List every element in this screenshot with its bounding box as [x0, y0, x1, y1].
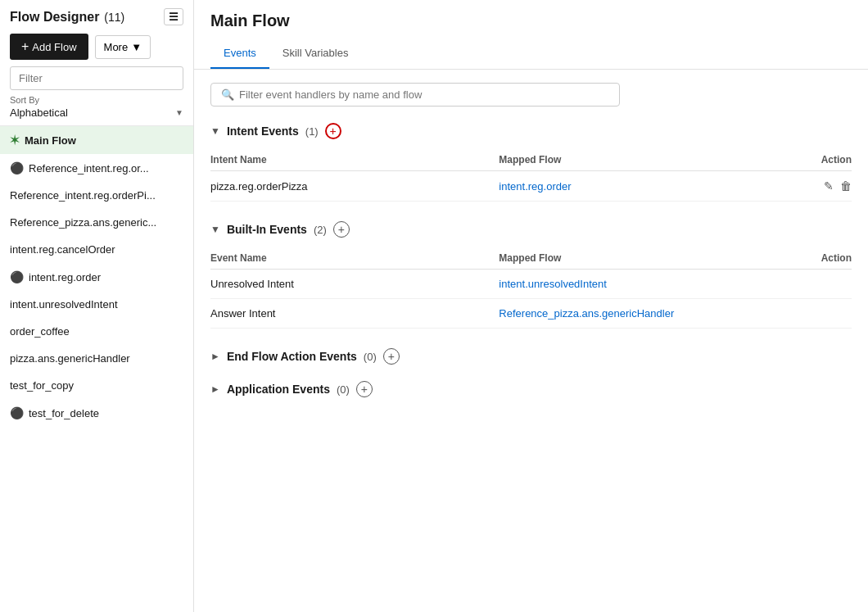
tab-events[interactable]: Events [210, 40, 269, 69]
error-icon: ⚫ [10, 406, 24, 419]
sidebar-item-pizza-ans-generic[interactable]: pizza.ans.genericHandler [0, 345, 193, 372]
mapped-flow-header: Mapped Flow [499, 149, 755, 171]
search-input[interactable] [239, 88, 609, 101]
sidebar-item-ref-intent-reg-or[interactable]: ⚫ Reference_intent.reg.or... [0, 154, 193, 182]
sidebar-item-test-for-copy[interactable]: test_for_copy [0, 372, 193, 399]
action-header: Action [756, 149, 852, 171]
header-actions: + Add Flow More ▼ [10, 34, 183, 60]
app-title: Flow Designer (11) ☰ [10, 8, 183, 25]
add-intent-event-button[interactable]: + [325, 123, 341, 139]
sidebar-header: Flow Designer (11) ☰ + Add Flow More ▼ S… [0, 0, 193, 126]
edit-icon[interactable]: ✎ [824, 179, 834, 193]
table-row: pizza.reg.orderPizza intent.reg.order ✎ … [210, 171, 852, 202]
tabs: Events Skill Variables [210, 40, 852, 69]
sidebar-item-label: Reference_intent.reg.orderPi... [10, 189, 156, 202]
app-title-text: Flow Designer [10, 10, 99, 25]
action-cell [756, 270, 852, 299]
intent-name-header: Intent Name [210, 149, 499, 171]
sidebar-item-ref-pizza-ans-generic[interactable]: Reference_pizza.ans.generic... [0, 209, 193, 236]
builtin-events-title: Built-In Events [227, 223, 307, 236]
sidebar: Flow Designer (11) ☰ + Add Flow More ▼ S… [0, 0, 194, 612]
search-icon: 🔍 [221, 88, 234, 101]
end-flow-events-count: (0) [364, 351, 377, 363]
application-events-title: Application Events [227, 383, 330, 396]
table-row: Unresolved Intent intent.unresolvedInten… [210, 270, 852, 299]
intent-events-table: Intent Name Mapped Flow Action pizza.reg… [210, 149, 852, 202]
builtin-events-table: Event Name Mapped Flow Action Unresolved… [210, 247, 852, 329]
sidebar-item-label: test_for_delete [29, 407, 99, 419]
delete-icon[interactable]: 🗑 [840, 179, 852, 193]
add-flow-label: Add Flow [32, 41, 76, 53]
page-title: Main Flow [210, 11, 852, 30]
table-row: Answer Intent Reference_pizza.ans.generi… [210, 299, 852, 329]
intent-events-section-header: ▼ Intent Events (1) + [210, 123, 852, 139]
main-header: Main Flow Events Skill Variables [194, 0, 868, 70]
error-icon: ⚫ [10, 161, 24, 175]
sidebar-item-test-for-delete[interactable]: ⚫ test_for_delete [0, 399, 193, 427]
mapped-flow-cell: Reference_pizza.ans.genericHandler [499, 299, 755, 329]
intent-events-title: Intent Events [227, 125, 299, 138]
sidebar-item-label: Reference_pizza.ans.generic... [10, 216, 156, 229]
intent-events-count: (1) [305, 125, 319, 138]
sidebar-item-intent-reg-cancelorder[interactable]: intent.reg.cancelOrder [0, 236, 193, 263]
sidebar-item-label: intent.reg.cancelOrder [10, 243, 115, 256]
action-cell [756, 299, 852, 329]
action-header2: Action [756, 247, 852, 270]
sidebar-item-order-coffee[interactable]: order_coffee [0, 318, 193, 345]
plus-icon: + [21, 39, 29, 54]
sidebar-list: ✶ Main Flow ⚫ Reference_intent.reg.or...… [0, 126, 193, 612]
application-events-section: ► Application Events (0) + [210, 381, 852, 397]
main-body: 🔍 ▼ Intent Events (1) + Intent Name Mapp… [194, 70, 868, 612]
sidebar-item-label: order_coffee [10, 325, 70, 338]
mapped-flow-cell: intent.unresolvedIntent [499, 270, 755, 299]
intent-events-toggle[interactable]: ▼ [210, 125, 220, 137]
application-events-count: (0) [337, 383, 350, 396]
filter-input[interactable] [10, 66, 183, 90]
add-builtin-event-button[interactable]: + [333, 221, 350, 238]
sidebar-item-label: Main Flow [25, 134, 76, 147]
action-icons: ✎ 🗑 [756, 179, 852, 193]
builtin-events-toggle[interactable]: ▼ [210, 224, 220, 235]
sort-arrow-icon: ▼ [175, 108, 183, 117]
event-name-cell: Answer Intent [210, 299, 499, 329]
sidebar-item-label: intent.reg.order [29, 271, 101, 283]
sort-label: Sort By [10, 95, 183, 105]
sidebar-item-label: test_for_copy [10, 379, 74, 392]
end-flow-events-section: ► End Flow Action Events (0) + [210, 348, 852, 365]
builtin-events-section-header: ▼ Built-In Events (2) + [210, 221, 852, 238]
add-flow-button[interactable]: + Add Flow [10, 34, 88, 60]
add-application-event-button[interactable]: + [356, 381, 373, 397]
sort-select[interactable]: Alphabetical ▼ [10, 107, 183, 119]
flow-icon: ✶ [10, 134, 20, 147]
more-button[interactable]: More ▼ [95, 35, 151, 59]
main-content: Main Flow Events Skill Variables 🔍 ▼ Int… [194, 0, 868, 612]
search-bar: 🔍 [210, 83, 620, 107]
more-label: More [104, 41, 129, 53]
builtin-events-count: (2) [314, 224, 327, 236]
sidebar-item-label: Reference_intent.reg.or... [29, 162, 149, 175]
app-title-count: (11) [104, 11, 124, 24]
end-flow-events-header: ► End Flow Action Events (0) + [210, 348, 852, 365]
sidebar-item-main-flow[interactable]: ✶ Main Flow [0, 126, 193, 154]
mapped-flow-link[interactable]: intent.unresolvedIntent [499, 278, 607, 290]
intent-name-cell: pizza.reg.orderPizza [210, 171, 499, 202]
sidebar-item-label: intent.unresolvedIntent [10, 298, 118, 311]
mapped-flow-link[interactable]: Reference_pizza.ans.genericHandler [499, 307, 674, 320]
sidebar-item-intent-unresolved[interactable]: intent.unresolvedIntent [0, 291, 193, 318]
application-events-toggle[interactable]: ► [210, 383, 220, 395]
event-name-cell: Unresolved Intent [210, 270, 499, 299]
application-events-header: ► Application Events (0) + [210, 381, 852, 397]
tab-skill-variables[interactable]: Skill Variables [269, 40, 362, 69]
sidebar-item-intent-reg-order[interactable]: ⚫ intent.reg.order [0, 263, 193, 291]
chevron-down-icon: ▼ [131, 41, 142, 53]
add-end-flow-event-button[interactable]: + [383, 348, 400, 365]
collapse-sidebar-btn[interactable]: ☰ [164, 8, 183, 25]
action-cell: ✎ 🗑 [756, 171, 852, 202]
sort-value: Alphabetical [10, 107, 68, 119]
mapped-flow-header2: Mapped Flow [499, 247, 755, 270]
mapped-flow-link[interactable]: intent.reg.order [499, 180, 571, 193]
sidebar-item-ref-intent-reg-orderpi[interactable]: Reference_intent.reg.orderPi... [0, 182, 193, 209]
mapped-flow-cell: intent.reg.order [499, 171, 755, 202]
end-flow-events-toggle[interactable]: ► [210, 351, 220, 362]
sidebar-item-label: pizza.ans.genericHandler [10, 352, 130, 365]
